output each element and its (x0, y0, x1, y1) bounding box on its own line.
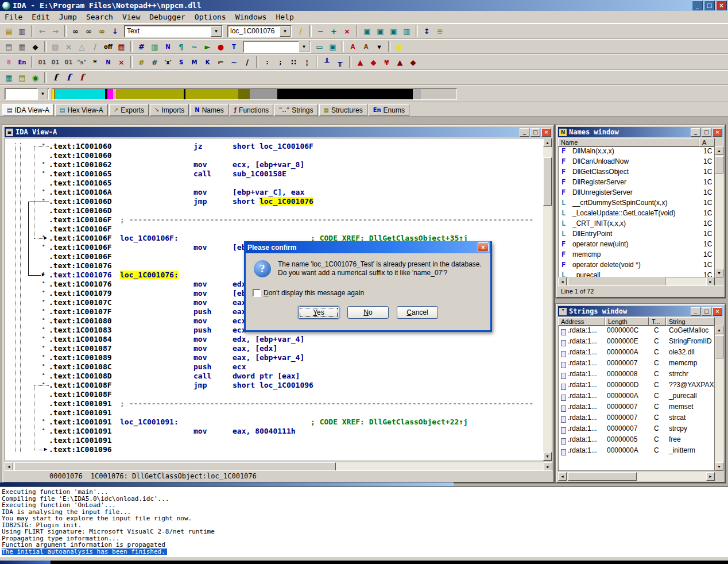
tile-vertical-icon[interactable]: ▣ (387, 25, 400, 37)
scroll-up-icon[interactable]: ▲ (543, 138, 552, 147)
cascade-windows-icon[interactable]: ▣ (361, 25, 374, 37)
menu-file[interactable]: File (0, 11, 27, 23)
tab-ida-view[interactable]: ▤IDA View-A (2, 104, 54, 116)
dot-red-icon[interactable]: ● (214, 41, 227, 52)
negate-icon[interactable]: ⌐ (214, 56, 227, 68)
off-icon[interactable]: off (102, 41, 115, 52)
names-row[interactable]: Foperator new(uint)1C (559, 240, 714, 250)
close-button[interactable]: × (716, 1, 727, 10)
strings-row[interactable]: .rdata:1...00000007Cstrcat (559, 414, 714, 424)
strings-row[interactable]: .rdata:1...00000005Cfree (559, 435, 714, 446)
names-row[interactable]: FDllGetClassObject1C (559, 168, 714, 178)
strings-row[interactable]: .rdata:1...0000000ECStringFromIID (559, 337, 714, 348)
asm-line[interactable]: .text:1C00108F (5, 390, 543, 399)
debug8-icon[interactable]: 8 (2, 56, 16, 68)
asm-line[interactable]: .text:1C001091; ------------------------… (5, 399, 543, 408)
delete-icon[interactable]: × (340, 25, 354, 37)
char-icon[interactable]: 'x' (161, 56, 175, 68)
disassembly-vscrollbar[interactable]: ▲ ▼ (543, 138, 552, 461)
names-vscrollbar[interactable]: ▲ ▼ (715, 146, 723, 277)
triangle-icon[interactable]: △ (75, 41, 88, 52)
asm-line[interactable]: .text:1C001065 (5, 179, 543, 188)
struct-dia-icon[interactable]: ◆ (367, 56, 380, 68)
menu-search[interactable]: Search (82, 11, 118, 23)
navband-segment[interactable] (413, 89, 421, 99)
data03-icon[interactable]: 01 (62, 56, 75, 68)
names-row[interactable]: LDllEntryPoint1C (559, 230, 714, 240)
row2-combo[interactable]: ▼ (243, 41, 311, 53)
asm-line[interactable]: •.text:1C001084movedx, [ebp+var_4] (5, 335, 543, 344)
checkbox-icon[interactable] (253, 289, 261, 297)
tab-functions[interactable]: ƒFunctions (230, 104, 273, 116)
forward-icon[interactable]: → (49, 25, 62, 37)
columns-icon[interactable]: ▥ (400, 25, 413, 37)
names-row[interactable]: L__crtDummySetSpinCount(x,x)1C (559, 199, 714, 209)
strings-list[interactable]: .rdata:1...0000000CCCoGetMalloc.rdata:1.… (558, 326, 715, 471)
names-row[interactable]: Foperator delete(void *)1C (559, 261, 714, 271)
type-icon[interactable]: T (227, 41, 241, 52)
func-red-icon[interactable]: f (75, 72, 88, 83)
a-red-icon[interactable]: A (346, 41, 359, 52)
tab-hex-view[interactable]: ▤Hex View-A (55, 104, 108, 116)
scroll-down-icon[interactable]: ▼ (715, 269, 723, 277)
add-icon[interactable]: + (327, 25, 340, 37)
stack-up-icon[interactable]: ╨ (320, 56, 334, 68)
k-icon[interactable]: K (201, 56, 214, 68)
dropdown-caret-icon[interactable]: ▾ (373, 41, 386, 52)
asm-line[interactable]: •.text:1C001065callsub_1C00158E (5, 169, 543, 179)
strings-row[interactable]: .rdata:1...0000000ACole32.dll (559, 348, 714, 359)
navband-segment[interactable] (238, 89, 250, 99)
semicolon-icon[interactable]: ; (274, 56, 287, 68)
child-minimize-button[interactable]: _ (520, 128, 529, 137)
string-s-icon[interactable]: "s" (75, 56, 88, 68)
hash-blue-icon[interactable]: # (135, 41, 148, 52)
asm-line[interactable]: •.text:1C00108Fjmpshort loc_1C001096 (5, 381, 543, 390)
asm-line[interactable]: •.text:1C001087moveax, [edx] (5, 344, 543, 353)
names-row[interactable]: L_purecall1C (559, 271, 714, 277)
asm-line[interactable]: •.text:1C001060jzshort loc_1C00106F (5, 142, 543, 151)
breakpoint-icon[interactable]: ◉ (29, 72, 42, 83)
save-icon[interactable]: ▥ (16, 25, 29, 37)
asm-line[interactable]: .text:1C001096 (5, 445, 543, 454)
output-window-titlebar[interactable] (0, 482, 454, 486)
asm-line[interactable]: •.text:1C001062movecx, [ebp+var_8] (5, 160, 543, 169)
scroll-down-icon[interactable]: ▼ (715, 462, 723, 471)
column-header-name[interactable]: Name (558, 138, 699, 146)
asm-line[interactable]: .text:1C001091 (5, 408, 543, 418)
tab-enums[interactable]: EnEnums (369, 104, 409, 116)
no-button[interactable]: No (347, 306, 389, 319)
asm-line[interactable]: •.text:1C001089moveax, [ebp+var_4] (5, 353, 543, 362)
asm-line[interactable]: .text:1C001091 (5, 436, 543, 445)
asm-operand-highlight[interactable]: loc_1C001076 (260, 197, 313, 206)
strings-row[interactable]: .rdata:1...0000000AC_purecall (559, 392, 714, 403)
colon-icon[interactable]: : (261, 56, 274, 68)
strings-titlebar[interactable]: " Strings window _ □ × (558, 306, 723, 316)
column-header-address[interactable]: A (699, 138, 715, 146)
union-icon[interactable]: ¥ (380, 56, 393, 68)
chevron-down-icon[interactable]: ▼ (299, 41, 309, 52)
asm-label[interactable]: loc_1C001091: (120, 418, 179, 426)
names-row[interactable]: FDllUnregisterServer1C (559, 188, 714, 199)
page-icon[interactable]: ▤ (2, 41, 16, 52)
asm-line[interactable]: •.text:1C00108Cpushecx (5, 362, 543, 372)
m-icon[interactable]: M (188, 56, 201, 68)
struct2-icon[interactable]: ▲ (393, 56, 406, 68)
names-titlebar[interactable]: N Names window _ □ × (558, 127, 723, 137)
swap-icon[interactable]: ↕ (420, 25, 433, 37)
clear-icon[interactable]: ∕ (294, 25, 307, 37)
scroll-down-icon[interactable]: ▼ (543, 452, 552, 461)
child-minimize-button[interactable]: _ (691, 307, 700, 316)
scroll-right-icon[interactable]: ► (706, 472, 715, 481)
navband-segment[interactable] (107, 89, 113, 99)
tilde-icon[interactable]: ~ (227, 56, 241, 68)
remove-icon[interactable]: − (314, 25, 327, 37)
asm-label[interactable]: loc_1C001076: (120, 271, 179, 279)
enum-small-icon[interactable]: En (16, 56, 29, 68)
strings-row[interactable]: .rdata:1...00000008Cstrrchr (559, 370, 714, 381)
hash-gray-icon[interactable]: # (148, 56, 161, 68)
names-row[interactable]: L_CRT_INIT(x,x,x)1C (559, 219, 714, 230)
broken-bar-icon[interactable]: ¦ (300, 56, 313, 68)
child-maximize-button[interactable]: □ (702, 307, 711, 316)
disassembly-hscrollbar[interactable]: ◄ ► (5, 462, 552, 471)
struct-add-icon[interactable]: ▲ (354, 56, 367, 68)
